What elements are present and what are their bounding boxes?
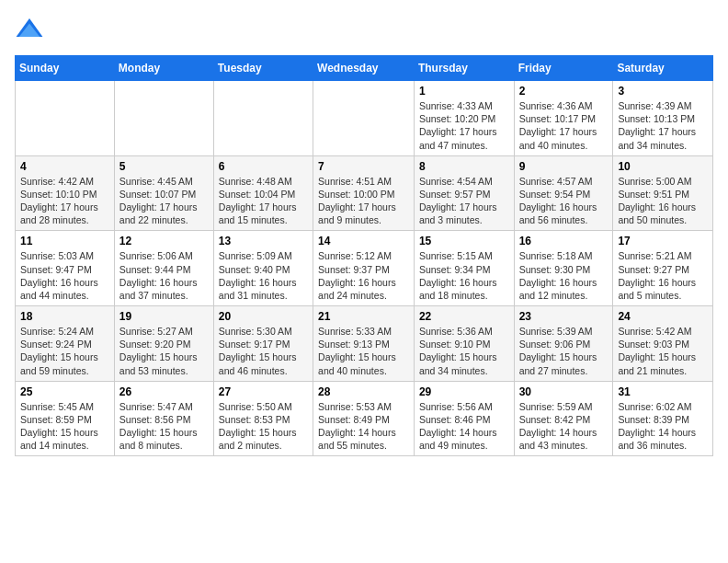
weekday-header-wednesday: Wednesday: [313, 56, 415, 81]
day-number: 19: [119, 310, 209, 323]
calendar-cell: 31Sunrise: 6:02 AM Sunset: 8:39 PM Dayli…: [613, 381, 713, 456]
day-info: Sunrise: 5:36 AM Sunset: 9:10 PM Dayligh…: [419, 326, 497, 376]
calendar-cell: 10Sunrise: 5:00 AM Sunset: 9:51 PM Dayli…: [613, 155, 713, 231]
calendar-week-3: 11Sunrise: 5:03 AM Sunset: 9:47 PM Dayli…: [16, 231, 713, 306]
day-number: 14: [318, 235, 409, 247]
day-info: Sunrise: 4:39 AM Sunset: 10:13 PM Daylig…: [618, 100, 696, 151]
page-header: [15, 15, 713, 44]
calendar-cell: 8Sunrise: 4:54 AM Sunset: 9:57 PM Daylig…: [414, 155, 514, 231]
day-info: Sunrise: 5:45 AM Sunset: 8:59 PM Dayligh…: [20, 401, 98, 452]
calendar-cell: 27Sunrise: 5:50 AM Sunset: 8:53 PM Dayli…: [213, 381, 313, 456]
day-info: Sunrise: 4:36 AM Sunset: 10:17 PM Daylig…: [519, 100, 597, 151]
day-info: Sunrise: 5:27 AM Sunset: 9:20 PM Dayligh…: [119, 326, 198, 376]
weekday-header-sunday: Sunday: [16, 56, 115, 81]
calendar-week-4: 18Sunrise: 5:24 AM Sunset: 9:24 PM Dayli…: [16, 306, 713, 382]
day-number: 22: [419, 310, 509, 323]
weekday-header-saturday: Saturday: [613, 56, 713, 81]
calendar-cell: 18Sunrise: 5:24 AM Sunset: 9:24 PM Dayli…: [16, 306, 115, 382]
day-number: 29: [419, 385, 509, 398]
calendar-cell: 17Sunrise: 5:21 AM Sunset: 9:27 PM Dayli…: [613, 231, 713, 306]
calendar-cell: 29Sunrise: 5:56 AM Sunset: 8:46 PM Dayli…: [414, 381, 514, 456]
day-number: 11: [20, 235, 109, 247]
calendar-week-2: 4Sunrise: 4:42 AM Sunset: 10:10 PM Dayli…: [16, 155, 713, 231]
day-number: 16: [519, 235, 609, 247]
day-number: 23: [519, 310, 609, 323]
day-number: 6: [219, 160, 308, 173]
day-number: 2: [519, 85, 609, 98]
day-info: Sunrise: 5:15 AM Sunset: 9:34 PM Dayligh…: [419, 250, 497, 301]
day-number: 13: [219, 235, 308, 247]
day-info: Sunrise: 5:06 AM Sunset: 9:44 PM Dayligh…: [119, 250, 198, 301]
calendar-cell: 14Sunrise: 5:12 AM Sunset: 9:37 PM Dayli…: [313, 231, 415, 306]
day-number: 3: [618, 85, 708, 98]
day-number: 18: [20, 310, 109, 323]
calendar-week-1: 1Sunrise: 4:33 AM Sunset: 10:20 PM Dayli…: [16, 81, 713, 156]
calendar-cell: 4Sunrise: 4:42 AM Sunset: 10:10 PM Dayli…: [16, 155, 115, 231]
day-info: Sunrise: 4:33 AM Sunset: 10:20 PM Daylig…: [419, 100, 497, 151]
calendar-cell: 16Sunrise: 5:18 AM Sunset: 9:30 PM Dayli…: [514, 231, 613, 306]
day-number: 26: [119, 385, 209, 398]
logo-icon: [15, 15, 44, 44]
calendar-week-5: 25Sunrise: 5:45 AM Sunset: 8:59 PM Dayli…: [16, 381, 713, 456]
day-info: Sunrise: 4:48 AM Sunset: 10:04 PM Daylig…: [219, 176, 297, 226]
day-number: 4: [20, 160, 109, 173]
day-info: Sunrise: 5:12 AM Sunset: 9:37 PM Dayligh…: [318, 250, 396, 301]
day-number: 24: [618, 310, 708, 323]
day-info: Sunrise: 5:59 AM Sunset: 8:42 PM Dayligh…: [519, 401, 597, 452]
weekday-header-thursday: Thursday: [414, 56, 514, 81]
calendar-cell: 3Sunrise: 4:39 AM Sunset: 10:13 PM Dayli…: [613, 81, 713, 156]
calendar-cell: 7Sunrise: 4:51 AM Sunset: 10:00 PM Dayli…: [313, 155, 415, 231]
weekday-header-monday: Monday: [114, 56, 213, 81]
day-info: Sunrise: 4:54 AM Sunset: 9:57 PM Dayligh…: [419, 176, 497, 226]
day-info: Sunrise: 6:02 AM Sunset: 8:39 PM Dayligh…: [618, 401, 696, 452]
calendar-cell: 25Sunrise: 5:45 AM Sunset: 8:59 PM Dayli…: [16, 381, 115, 456]
day-info: Sunrise: 5:42 AM Sunset: 9:03 PM Dayligh…: [618, 326, 696, 376]
day-number: 31: [618, 385, 708, 398]
calendar-cell: 9Sunrise: 4:57 AM Sunset: 9:54 PM Daylig…: [514, 155, 613, 231]
day-info: Sunrise: 5:03 AM Sunset: 9:47 PM Dayligh…: [20, 250, 98, 301]
day-info: Sunrise: 4:42 AM Sunset: 10:10 PM Daylig…: [20, 176, 98, 226]
day-number: 9: [519, 160, 609, 173]
day-number: 8: [419, 160, 509, 173]
calendar-cell: 24Sunrise: 5:42 AM Sunset: 9:03 PM Dayli…: [613, 306, 713, 382]
calendar-cell: 13Sunrise: 5:09 AM Sunset: 9:40 PM Dayli…: [213, 231, 313, 306]
weekday-header-friday: Friday: [514, 56, 613, 81]
day-info: Sunrise: 5:56 AM Sunset: 8:46 PM Dayligh…: [419, 401, 497, 452]
day-info: Sunrise: 5:33 AM Sunset: 9:13 PM Dayligh…: [318, 326, 396, 376]
day-number: 20: [219, 310, 308, 323]
day-info: Sunrise: 5:09 AM Sunset: 9:40 PM Dayligh…: [219, 250, 297, 301]
day-info: Sunrise: 4:51 AM Sunset: 10:00 PM Daylig…: [318, 176, 396, 226]
calendar-cell: 19Sunrise: 5:27 AM Sunset: 9:20 PM Dayli…: [114, 306, 213, 382]
calendar-cell: 15Sunrise: 5:15 AM Sunset: 9:34 PM Dayli…: [414, 231, 514, 306]
day-number: 5: [119, 160, 209, 173]
calendar-cell: 2Sunrise: 4:36 AM Sunset: 10:17 PM Dayli…: [514, 81, 613, 156]
calendar-cell: 21Sunrise: 5:33 AM Sunset: 9:13 PM Dayli…: [313, 306, 415, 382]
calendar-cell: 28Sunrise: 5:53 AM Sunset: 8:49 PM Dayli…: [313, 381, 415, 456]
day-info: Sunrise: 5:47 AM Sunset: 8:56 PM Dayligh…: [119, 401, 198, 452]
calendar-cell: 6Sunrise: 4:48 AM Sunset: 10:04 PM Dayli…: [213, 155, 313, 231]
calendar-cell: [16, 81, 115, 156]
calendar-header-row: SundayMondayTuesdayWednesdayThursdayFrid…: [16, 56, 713, 81]
day-number: 7: [318, 160, 409, 173]
day-info: Sunrise: 5:30 AM Sunset: 9:17 PM Dayligh…: [219, 326, 297, 376]
day-info: Sunrise: 5:24 AM Sunset: 9:24 PM Dayligh…: [20, 326, 98, 376]
calendar-cell: 30Sunrise: 5:59 AM Sunset: 8:42 PM Dayli…: [514, 381, 613, 456]
day-number: 30: [519, 385, 609, 398]
day-number: 1: [419, 85, 509, 98]
day-info: Sunrise: 5:50 AM Sunset: 8:53 PM Dayligh…: [219, 401, 297, 452]
day-info: Sunrise: 5:00 AM Sunset: 9:51 PM Dayligh…: [618, 176, 696, 226]
logo: [15, 15, 48, 44]
calendar-cell: [313, 81, 415, 156]
day-info: Sunrise: 5:39 AM Sunset: 9:06 PM Dayligh…: [519, 326, 597, 376]
day-info: Sunrise: 5:53 AM Sunset: 8:49 PM Dayligh…: [318, 401, 396, 452]
day-number: 15: [419, 235, 509, 247]
day-number: 17: [618, 235, 708, 247]
day-info: Sunrise: 4:45 AM Sunset: 10:07 PM Daylig…: [119, 176, 198, 226]
calendar-cell: [114, 81, 213, 156]
day-number: 21: [318, 310, 409, 323]
calendar-cell: 20Sunrise: 5:30 AM Sunset: 9:17 PM Dayli…: [213, 306, 313, 382]
weekday-header-tuesday: Tuesday: [213, 56, 313, 81]
calendar-cell: 11Sunrise: 5:03 AM Sunset: 9:47 PM Dayli…: [16, 231, 115, 306]
day-info: Sunrise: 5:18 AM Sunset: 9:30 PM Dayligh…: [519, 250, 597, 301]
day-info: Sunrise: 4:57 AM Sunset: 9:54 PM Dayligh…: [519, 176, 597, 226]
